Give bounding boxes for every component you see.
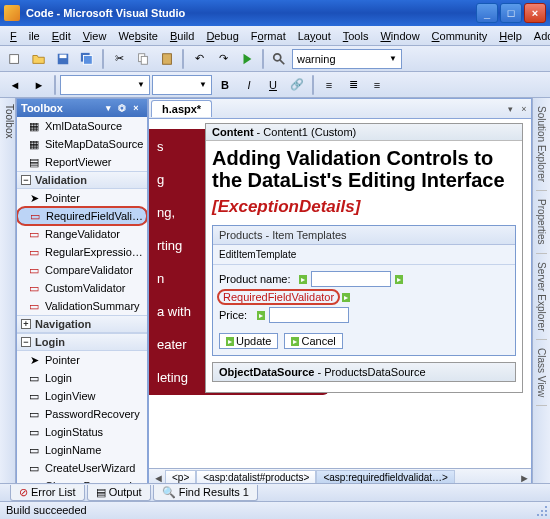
toolbox-item[interactable]: ▭LoginStatus — [17, 423, 147, 441]
menu-tools[interactable]: Tools — [337, 28, 375, 44]
redo-icon[interactable]: ↷ — [212, 48, 234, 70]
design-surface[interactable]: s g ng, rting n a with eater leting Cont… — [149, 119, 531, 468]
item-label: ReportViewer — [45, 156, 111, 168]
menu-addins[interactable]: Addins — [528, 28, 550, 44]
menu-layout[interactable]: Layout — [292, 28, 337, 44]
toolbox-item-pointer[interactable]: ➤Pointer — [17, 351, 147, 369]
smarttag-icon[interactable]: ▸ — [299, 275, 307, 284]
numbering-icon[interactable]: ≡ — [366, 74, 388, 96]
close-icon[interactable]: × — [129, 101, 143, 115]
toolbox-item-requiredfieldvalidator[interactable]: ▭RequiredFieldVali… — [17, 207, 147, 225]
bullets-icon[interactable]: ≣ — [342, 74, 364, 96]
smarttag-icon[interactable]: ▸ — [395, 275, 403, 284]
menu-window[interactable]: Window — [374, 28, 425, 44]
objectdatasource[interactable]: ObjectDataSource - ProductsDataSource — [212, 362, 516, 382]
open-icon[interactable] — [28, 48, 50, 70]
underline-icon[interactable]: U — [262, 74, 284, 96]
class-view-tab[interactable]: Class View — [536, 340, 547, 406]
menu-format[interactable]: Format — [245, 28, 292, 44]
output-tab[interactable]: ▤Output — [87, 485, 151, 501]
find-text: warning — [297, 53, 336, 65]
datalist-smartpanel[interactable]: Products - Item Templates EditItemTempla… — [212, 225, 516, 356]
toolbox-item-pointer[interactable]: ➤Pointer — [17, 189, 147, 207]
required-field-validator[interactable]: RequiredFieldValidator — [219, 291, 338, 303]
menu-community[interactable]: Community — [426, 28, 494, 44]
target-combo[interactable]: ▼ — [60, 75, 150, 95]
separator — [182, 49, 184, 69]
toolbox-item[interactable]: ▭LoginView — [17, 387, 147, 405]
save-icon[interactable] — [52, 48, 74, 70]
find-icon[interactable] — [268, 48, 290, 70]
italic-icon[interactable]: I — [238, 74, 260, 96]
toolbox-item[interactable]: ▭LoginName — [17, 441, 147, 459]
link-icon[interactable]: 🔗 — [286, 74, 308, 96]
copy-icon[interactable] — [132, 48, 154, 70]
toolbox-item[interactable]: ▭PasswordRecovery — [17, 405, 147, 423]
server-explorer-tab[interactable]: Server Explorer — [536, 254, 547, 340]
cancel-button[interactable]: ▸Cancel — [284, 333, 342, 349]
toolbox-item[interactable]: ▭ValidationSummary — [17, 297, 147, 315]
chevron-right-icon[interactable]: ► — [519, 472, 531, 484]
back-icon[interactable]: ◄ — [4, 74, 26, 96]
page-heading: Adding Validation Controls to the DataLi… — [212, 147, 516, 191]
toolbox-item[interactable]: ▤ReportViewer — [17, 153, 147, 171]
run-icon[interactable] — [236, 48, 258, 70]
smarttag-icon[interactable]: ▸ — [257, 311, 265, 320]
close-button[interactable]: × — [524, 3, 546, 23]
update-button[interactable]: ▸Update — [219, 333, 278, 349]
document-tab[interactable]: h.aspx* — [151, 100, 212, 117]
toolbox-cat-navigation[interactable]: +Navigation — [17, 315, 147, 333]
datasource-icon: ▦ — [27, 138, 41, 150]
toolbox-item[interactable]: ▦SiteMapDataSource — [17, 135, 147, 153]
menu-file[interactable]: File — [4, 28, 46, 44]
toolbox-item[interactable]: ▦XmlDataSource — [17, 117, 147, 135]
smartpanel-header: Products - Item Templates — [213, 226, 515, 245]
bold-icon[interactable]: B — [214, 74, 236, 96]
findresults-tab[interactable]: 🔍Find Results 1 — [153, 485, 258, 501]
paste-icon[interactable] — [156, 48, 178, 70]
properties-tab[interactable]: Properties — [536, 191, 547, 254]
toolbox-item[interactable]: ▭CompareValidator — [17, 261, 147, 279]
save-all-icon[interactable] — [76, 48, 98, 70]
template-name: EditItemTemplate — [213, 245, 515, 265]
toolbox-cat-login[interactable]: −Login — [17, 333, 147, 351]
price-textbox[interactable] — [269, 307, 349, 323]
toolbox-item[interactable]: ▭CustomValidator — [17, 279, 147, 297]
find-combo[interactable]: warning▼ — [292, 49, 402, 69]
menu-debug[interactable]: Debug — [200, 28, 244, 44]
errorlist-tab[interactable]: ⊘Error List — [10, 485, 85, 501]
undo-icon[interactable]: ↶ — [188, 48, 210, 70]
menu-view[interactable]: View — [77, 28, 113, 44]
dropdown-icon[interactable]: ▾ — [101, 101, 115, 115]
smarttag-icon[interactable]: ▸ — [342, 293, 350, 302]
font-size-combo[interactable]: ▼ — [152, 75, 212, 95]
toolbox-item[interactable]: ▭CreateUserWizard — [17, 459, 147, 477]
menu-edit[interactable]: Edit — [46, 28, 77, 44]
menu-bar: File Edit View Website Build Debug Forma… — [0, 26, 550, 46]
pin-icon[interactable]: ⏣ — [115, 101, 129, 115]
menu-build[interactable]: Build — [164, 28, 200, 44]
new-project-icon[interactable] — [4, 48, 26, 70]
forward-icon[interactable]: ► — [28, 74, 50, 96]
toolbox-autohide-tab[interactable]: Toolbox — [0, 98, 16, 487]
menu-help[interactable]: Help — [493, 28, 528, 44]
maximize-button[interactable]: □ — [500, 3, 522, 23]
toolbox-cat-validation[interactable]: −Validation — [17, 171, 147, 189]
cut-icon[interactable]: ✂ — [108, 48, 130, 70]
toolbox-item[interactable]: ▭Login — [17, 369, 147, 387]
toolbox-item[interactable]: ▭RegularExpressio… — [17, 243, 147, 261]
chevron-left-icon[interactable]: ◄ — [153, 472, 165, 484]
product-name-textbox[interactable] — [311, 271, 391, 287]
validator-icon: ▭ — [28, 210, 42, 222]
toolbox-item[interactable]: ▭RangeValidator — [17, 225, 147, 243]
dropdown-icon[interactable]: ▾ — [503, 102, 517, 116]
solution-explorer-tab[interactable]: Solution Explorer — [536, 98, 547, 191]
menu-website[interactable]: Website — [112, 28, 164, 44]
content-placeholder[interactable]: Content - Content1 (Custom) Adding Valid… — [205, 123, 523, 393]
close-icon[interactable]: × — [517, 102, 531, 116]
align-left-icon[interactable]: ≡ — [318, 74, 340, 96]
field-row: Product name: ▸ ▸ — [219, 271, 509, 287]
resize-grip[interactable] — [536, 505, 548, 517]
cat-label: Validation — [35, 174, 87, 186]
minimize-button[interactable]: _ — [476, 3, 498, 23]
